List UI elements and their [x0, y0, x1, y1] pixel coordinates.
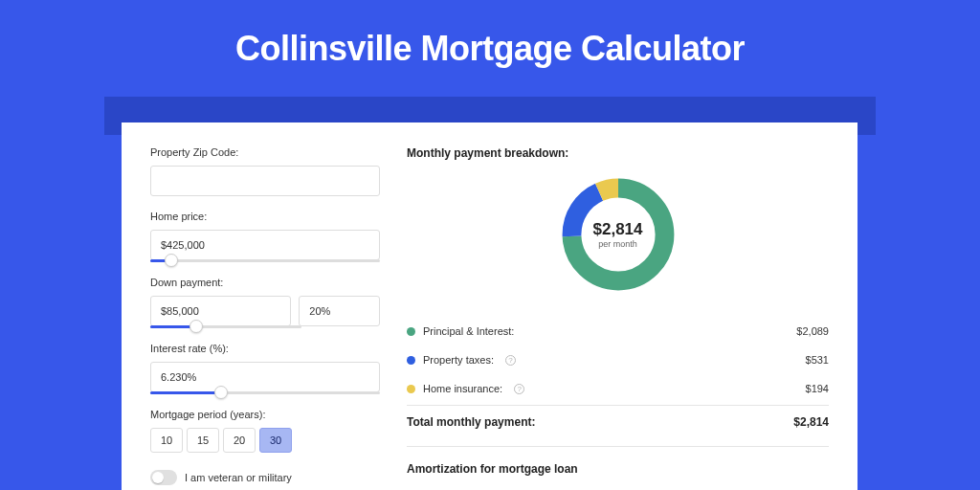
- period-label: Mortgage period (years):: [150, 409, 380, 420]
- slider-thumb-icon[interactable]: [214, 386, 228, 399]
- donut-sub: per month: [598, 239, 637, 249]
- toggle-knob-icon: [152, 472, 164, 483]
- info-icon[interactable]: ?: [514, 384, 524, 394]
- down-payment-slider[interactable]: [150, 325, 301, 328]
- veteran-row: I am veteran or military: [150, 470, 380, 485]
- legend-row: Principal & Interest:$2,089: [407, 317, 829, 345]
- interest-input[interactable]: [150, 362, 380, 392]
- legend: Principal & Interest:$2,089Property taxe…: [407, 317, 829, 403]
- legend-dot-icon: [407, 327, 415, 336]
- donut-chart: $2,814 per month: [407, 173, 829, 296]
- legend-row: Home insurance:?$194: [407, 374, 829, 403]
- total-value: $2,814: [793, 415, 829, 429]
- legend-value: $531: [806, 354, 829, 366]
- legend-row: Property taxes:?$531: [407, 345, 829, 374]
- zip-label: Property Zip Code:: [150, 146, 380, 158]
- total-row: Total monthly payment: $2,814: [407, 405, 829, 429]
- period-block: Mortgage period (years): 10152030: [150, 409, 380, 453]
- down-payment-amount-input[interactable]: [150, 296, 291, 326]
- veteran-toggle[interactable]: [150, 470, 177, 485]
- period-buttons: 10152030: [150, 428, 380, 453]
- legend-dot-icon: [407, 385, 415, 393]
- breakdown-column: Monthly payment breakdown: $2,814 per mo…: [407, 146, 829, 486]
- period-button-20[interactable]: 20: [223, 428, 256, 453]
- veteran-label: I am veteran or military: [185, 472, 292, 483]
- amort-title: Amortization for mortgage loan: [407, 462, 829, 476]
- info-icon[interactable]: ?: [505, 355, 516, 366]
- legend-value: $194: [806, 383, 829, 394]
- page-title: Collinsville Mortgage Calculator: [0, 0, 980, 96]
- zip-input[interactable]: [150, 166, 380, 196]
- amortization-section: Amortization for mortgage loan Amortizat…: [407, 446, 829, 490]
- home-price-slider[interactable]: [150, 259, 380, 262]
- slider-thumb-icon[interactable]: [189, 320, 203, 333]
- legend-dot-icon: [407, 356, 415, 365]
- legend-label: Property taxes:: [423, 354, 494, 366]
- period-button-30[interactable]: 30: [259, 428, 292, 453]
- interest-label: Interest rate (%):: [150, 343, 380, 354]
- donut-amount: $2,814: [593, 220, 643, 239]
- total-label: Total monthly payment:: [407, 415, 535, 429]
- legend-value: $2,089: [796, 325, 829, 337]
- slider-thumb-icon[interactable]: [165, 254, 178, 267]
- period-button-10[interactable]: 10: [150, 428, 183, 453]
- home-price-block: Home price:: [150, 211, 380, 262]
- down-payment-percent-input[interactable]: [299, 296, 380, 326]
- home-price-input[interactable]: [150, 230, 380, 260]
- legend-label: Home insurance:: [423, 383, 502, 394]
- down-payment-block: Down payment:: [150, 277, 380, 328]
- calculator-card: Property Zip Code: Home price: Down paym…: [122, 122, 858, 490]
- interest-block: Interest rate (%):: [150, 343, 380, 394]
- legend-label: Principal & Interest:: [423, 325, 514, 337]
- inputs-column: Property Zip Code: Home price: Down paym…: [150, 146, 380, 486]
- zip-block: Property Zip Code:: [150, 146, 380, 196]
- breakdown-title: Monthly payment breakdown:: [407, 146, 829, 160]
- period-button-15[interactable]: 15: [187, 428, 219, 453]
- interest-slider[interactable]: [150, 391, 380, 394]
- down-payment-label: Down payment:: [150, 277, 380, 288]
- home-price-label: Home price:: [150, 211, 380, 222]
